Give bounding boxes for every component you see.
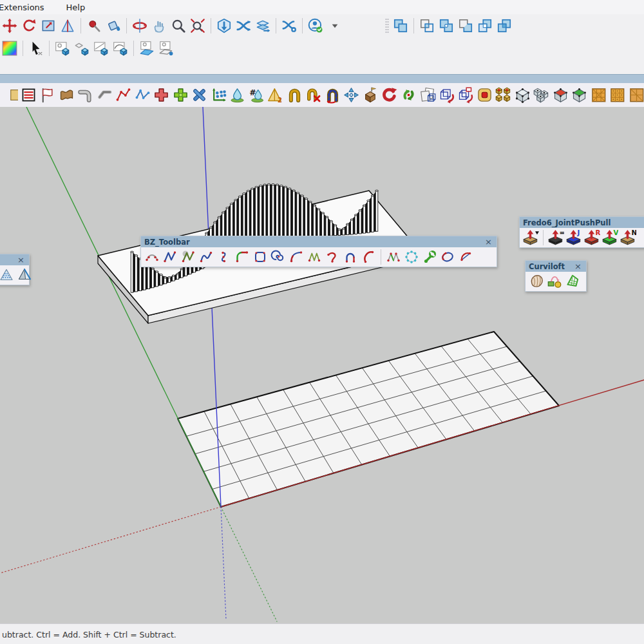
zoom-extents-tool-icon[interactable] [188, 16, 207, 35]
bz-hook-blue-icon[interactable] [341, 249, 359, 265]
water-drop-icon[interactable] [228, 85, 247, 106]
bz-spiral-icon[interactable] [269, 249, 287, 265]
move-tool-icon[interactable] [0, 16, 19, 35]
bz-arc-small-icon[interactable] [457, 249, 475, 265]
zoom-window-tool-icon[interactable] [39, 16, 58, 35]
cube-cluster-icon[interactable] [532, 85, 551, 106]
bz-s-segment-icon[interactable] [215, 249, 233, 265]
box-flag-icon[interactable] [361, 85, 381, 106]
loft-path-icon[interactable] [545, 273, 564, 290]
striped-box-icon[interactable] [19, 85, 39, 106]
solid-trim-icon[interactable] [475, 16, 495, 35]
compass-blue-icon[interactable] [342, 85, 361, 106]
cube-top-green-icon[interactable] [570, 85, 589, 106]
fredo-panel-titlebar[interactable]: Fredo6_JointPushPull [520, 217, 644, 228]
component-exchange-icon[interactable] [234, 16, 253, 35]
scene-cube-plain-icon[interactable] [72, 39, 91, 58]
cube-dots-icon[interactable] [513, 85, 533, 106]
menu-item-extensions[interactable]: Extensions [0, 1, 47, 14]
cut-box-partial-icon[interactable] [0, 85, 19, 106]
bz-n-curve-icon[interactable] [197, 249, 215, 265]
bz-polyline-green-icon[interactable] [305, 249, 323, 265]
jpp-equal-icon[interactable]: = [547, 229, 565, 246]
jpp-j-icon[interactable]: J [565, 229, 583, 246]
exchange-settings-icon[interactable] [279, 16, 299, 35]
axes-tool-icon[interactable] [58, 16, 77, 35]
boxes-four-icon[interactable] [494, 85, 513, 106]
paint-bucket-tool-icon[interactable] [104, 16, 123, 35]
scene-cube-curve-icon[interactable] [111, 39, 130, 58]
solid-split-icon[interactable] [495, 16, 514, 35]
loft-spline-icon[interactable] [527, 273, 545, 290]
close-icon[interactable]: × [484, 238, 493, 246]
grid-points-icon[interactable] [209, 85, 229, 106]
materials-swatch-icon[interactable] [0, 39, 19, 58]
soap-mesh-icon[interactable] [0, 267, 15, 283]
jpp-r-icon[interactable]: R [583, 229, 601, 246]
recycle-green-icon[interactable] [399, 85, 419, 106]
bz-arc-red-icon[interactable] [359, 249, 377, 265]
3d-scene-canvas[interactable] [0, 107, 644, 623]
jpp-n-icon[interactable]: N [619, 229, 637, 246]
bz-hook-red-icon[interactable] [323, 249, 341, 265]
bz-octagon-points-icon[interactable] [402, 249, 421, 265]
bz-wrench-icon[interactable] [421, 249, 439, 265]
tent-2-icon[interactable]: 2 [266, 85, 285, 106]
undo-red-icon[interactable] [380, 85, 399, 106]
model-viewport[interactable]: × BZ_Toolbar × Fredo6_JointPushPull =JRV… [0, 107, 644, 623]
bz-zigzag-cloud-icon[interactable] [179, 249, 197, 265]
rotate-tool-icon[interactable] [19, 16, 39, 35]
skin-shape-icon[interactable] [564, 273, 582, 290]
paper-stack-icon[interactable] [418, 85, 437, 106]
bz-rounded-square-icon[interactable] [251, 249, 269, 265]
water-drop-count-icon[interactable]: # [247, 85, 267, 106]
scene-plane-dot-icon[interactable] [156, 39, 176, 58]
jpp-joint-icon[interactable] [522, 229, 540, 246]
bz-corner-green-icon[interactable] [233, 249, 251, 265]
blades-blue-icon[interactable] [190, 85, 209, 106]
hatch-grid-1-icon[interactable] [589, 85, 609, 106]
cube-top-red-icon[interactable] [551, 85, 571, 106]
fold-wave-icon[interactable] [57, 85, 77, 106]
bz-arc-corner-icon[interactable] [287, 249, 305, 265]
account-avatar-icon[interactable] [306, 16, 325, 35]
account-dropdown-caret-icon[interactable] [325, 16, 345, 35]
cube-rotate-icon[interactable] [437, 85, 457, 106]
zoom-tool-icon[interactable] [169, 16, 188, 35]
jpp-v-icon[interactable]: V [601, 229, 619, 246]
solid-union-icon[interactable] [437, 16, 456, 35]
scene-cube-person-icon[interactable] [53, 39, 72, 58]
scene-cube-section-icon[interactable] [91, 39, 111, 58]
bz-ellipse-icon[interactable] [439, 249, 457, 265]
outer-shell-icon[interactable] [391, 16, 410, 35]
bz-w-green-icon[interactable] [384, 249, 402, 265]
scene-plane-photo-icon[interactable] [137, 39, 156, 58]
solid-intersect-icon[interactable] [417, 16, 437, 35]
cross-green-icon[interactable] [171, 85, 191, 106]
cube-pick-rotate-icon[interactable] [456, 85, 475, 106]
hoop-delete-icon[interactable] [304, 85, 323, 106]
cross-red-icon[interactable] [152, 85, 171, 106]
polyline-blue-icon[interactable] [133, 85, 153, 106]
close-icon[interactable]: × [16, 256, 26, 264]
bz-zigzag-icon[interactable] [161, 249, 179, 265]
warehouse-download-icon[interactable] [214, 16, 234, 35]
hatch-grid-2-icon[interactable] [608, 85, 627, 106]
layers-share-icon[interactable] [253, 16, 272, 35]
bz-arc-handles-icon[interactable] [143, 249, 161, 265]
soap-tetra-icon[interactable] [15, 267, 33, 283]
white-flag-icon[interactable] [38, 85, 57, 106]
orbit-tool-icon[interactable] [130, 16, 149, 35]
soap-skin-panel-titlebar[interactable]: × [0, 254, 29, 265]
close-icon[interactable]: × [573, 262, 583, 270]
hoop-rotate-icon[interactable] [323, 85, 343, 106]
select-cursor-icon[interactable] [26, 39, 46, 58]
pipe-elbow-icon[interactable] [76, 85, 95, 106]
position-camera-tool-icon[interactable] [84, 16, 104, 35]
bent-profile-icon[interactable] [95, 85, 115, 106]
pan-tool-icon[interactable] [149, 16, 169, 35]
toolbar-drag-handle[interactable] [385, 18, 389, 33]
curviloft-panel-titlebar[interactable]: Curviloft × [526, 261, 586, 272]
hoop-icon[interactable] [285, 85, 305, 106]
solid-subtract-icon[interactable] [456, 16, 475, 35]
